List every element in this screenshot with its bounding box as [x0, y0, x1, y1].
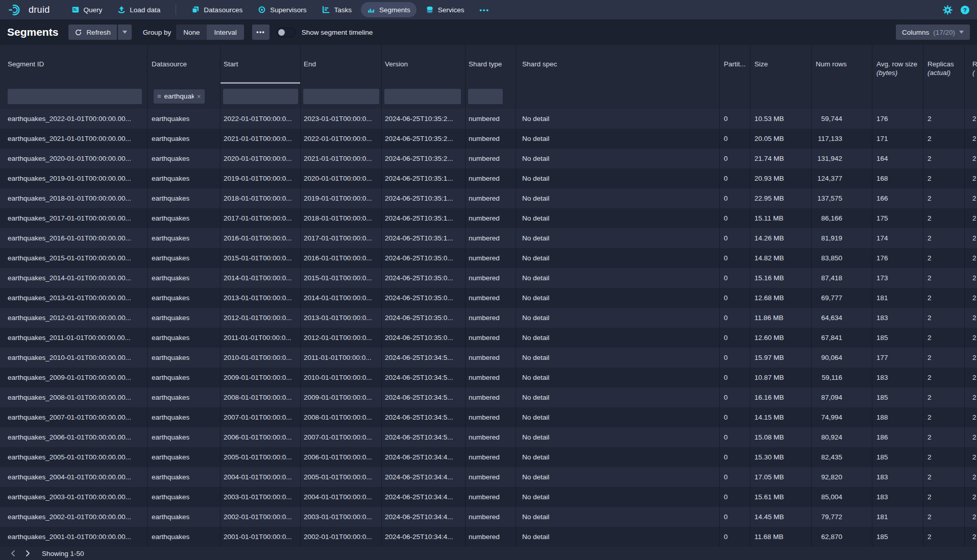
cell-shard_spec: No detail	[516, 288, 720, 308]
nav-item-label: Segments	[379, 6, 410, 14]
filter-tag-close-icon[interactable]: ×	[197, 93, 201, 100]
nav-item-datasources[interactable]: Datasources	[185, 2, 249, 17]
filter-input-version[interactable]	[384, 89, 461, 104]
next-page-button[interactable]	[20, 548, 35, 559]
column-header-version[interactable]: Version	[382, 45, 466, 84]
cell-id[interactable]: earthquakes_2013-01-01T00:00:00.00...	[0, 288, 148, 308]
cell-version: 2024-06-25T10:34:5...	[382, 427, 466, 447]
cell-partition: 0	[720, 188, 750, 208]
cell-id[interactable]: earthquakes_2017-01-01T00:00:00.00...	[0, 208, 148, 228]
cell-id[interactable]: earthquakes_2009-01-01T00:00:00.00...	[0, 368, 148, 387]
nav-item-more[interactable]: •••	[474, 2, 496, 17]
column-header-avg_row_size[interactable]: Avg. row size(bytes)	[872, 45, 923, 84]
cell-start: 2015-01-01T00:00:0...	[221, 248, 301, 268]
cell-id[interactable]: earthquakes_2008-01-01T00:00:00.00...	[0, 387, 148, 407]
segment-timeline-toggle[interactable]	[277, 28, 296, 37]
refresh-button[interactable]: Refresh	[68, 25, 116, 40]
cell-id[interactable]: earthquakes_2016-01-01T00:00:00.00...	[0, 228, 148, 248]
column-header-shard_spec[interactable]: Shard spec	[516, 45, 720, 84]
table-row: earthquakes_2008-01-01T00:00:00.00...ear…	[0, 387, 977, 407]
cell-shard_spec: No detail	[516, 387, 720, 407]
cell-id[interactable]: earthquakes_2014-01-01T00:00:00.00...	[0, 268, 148, 288]
nav-item-supervisors[interactable]: Supervisors	[252, 2, 312, 17]
cell-id[interactable]: earthquakes_2021-01-01T00:00:00.00...	[0, 129, 148, 149]
filter-cell-replicas	[923, 84, 965, 109]
more-options-button[interactable]: •••	[252, 25, 270, 40]
druid-logo-icon	[8, 4, 25, 16]
cell-datasource: earthquakes	[148, 527, 221, 547]
cell-avg_row_size: 183	[872, 368, 923, 387]
column-header-datasource[interactable]: Datasource	[148, 45, 221, 84]
group-by-none-button[interactable]: None	[176, 25, 207, 40]
cell-id[interactable]: earthquakes_2018-01-01T00:00:00.00...	[0, 188, 148, 208]
cell-num_rows: 87,094	[812, 387, 872, 407]
column-header-num_rows[interactable]: Num rows	[812, 45, 872, 84]
cell-avg_row_size: 185	[872, 447, 923, 467]
num-rows-value: 92,820	[816, 473, 842, 481]
column-header-size[interactable]: Size	[750, 45, 812, 84]
page-title: Segments	[7, 26, 58, 38]
cell-start: 2005-01-01T00:00:0...	[221, 447, 301, 467]
cell-id[interactable]: earthquakes_2010-01-01T00:00:00.00...	[0, 348, 148, 368]
datasource-filter-tag[interactable]: ≡earthquake×	[154, 89, 205, 104]
cell-id[interactable]: earthquakes_2019-01-01T00:00:00.00...	[0, 168, 148, 188]
columns-button[interactable]: Columns (17/20)	[896, 25, 970, 40]
cell-id[interactable]: earthquakes_2011-01-01T00:00:00.00...	[0, 328, 148, 348]
cell-id[interactable]: earthquakes_2020-01-01T00:00:00.00...	[0, 149, 148, 168]
num-rows-value: 131,942	[816, 155, 842, 162]
toggle-knob	[278, 29, 285, 36]
cell-version: 2024-06-25T10:34:4...	[382, 487, 466, 507]
nav-item-segments[interactable]: Segments	[361, 2, 417, 17]
cell-num_rows: 87,418	[812, 268, 872, 288]
cell-shard_type: numbered	[466, 527, 516, 547]
num-rows-value: 90,064	[816, 354, 842, 361]
cell-id[interactable]: earthquakes_2006-01-01T00:00:00.00...	[0, 427, 148, 447]
cell-id[interactable]: earthquakes_2022-01-01T00:00:00.00...	[0, 109, 148, 129]
prev-page-button[interactable]	[6, 548, 20, 559]
filter-input-end[interactable]	[303, 89, 379, 104]
cell-id[interactable]: earthquakes_2012-01-01T00:00:00.00...	[0, 308, 148, 328]
filter-input-id[interactable]	[8, 89, 142, 104]
cell-id[interactable]: earthquakes_2002-01-01T00:00:00.00...	[0, 507, 148, 527]
cell-id[interactable]: earthquakes_2003-01-01T00:00:00.00...	[0, 487, 148, 507]
refresh-options-button[interactable]	[118, 25, 132, 40]
column-header-partition[interactable]: Partit...	[720, 45, 750, 84]
cell-replication_factor: 2	[965, 268, 977, 288]
cell-datasource: earthquakes	[148, 348, 221, 368]
druid-logo[interactable]: druid	[8, 4, 50, 16]
filter-input-start[interactable]	[223, 89, 298, 104]
nav-item-services[interactable]: Services	[420, 2, 471, 17]
column-header-end[interactable]: End	[301, 45, 382, 84]
cell-replicas: 2	[923, 129, 965, 149]
column-header-start[interactable]: Start	[221, 45, 301, 84]
table-row: earthquakes_2011-01-01T00:00:00.00...ear…	[0, 328, 977, 348]
filter-input-shard_type[interactable]	[468, 89, 503, 104]
column-header-id[interactable]: Segment ID	[0, 45, 148, 84]
refresh-split-button: Refresh	[68, 25, 131, 40]
help-button[interactable]: ?	[960, 5, 970, 15]
cell-id[interactable]: earthquakes_2015-01-01T00:00:00.00...	[0, 248, 148, 268]
cell-datasource: earthquakes	[148, 407, 221, 427]
cell-id[interactable]: earthquakes_2007-01-01T00:00:00.00...	[0, 407, 148, 427]
cell-replication_factor: 2	[965, 387, 977, 407]
cell-start: 2002-01-01T00:00:0...	[221, 507, 301, 527]
nav-item-tasks[interactable]: Tasks	[315, 2, 358, 17]
cell-id[interactable]: earthquakes_2004-01-01T00:00:00.00...	[0, 467, 148, 487]
column-header-replication_factor[interactable]: R(	[965, 45, 977, 84]
supervisors-icon	[258, 6, 266, 14]
cell-size: 12.60 MB	[750, 328, 812, 348]
column-header-shard_type[interactable]: Shard type	[466, 45, 516, 84]
column-header-replicas[interactable]: Replicas(actual)	[923, 45, 965, 84]
cell-id[interactable]: earthquakes_2005-01-01T00:00:00.00...	[0, 447, 148, 467]
settings-button[interactable]	[943, 5, 952, 15]
nav-item-load-data[interactable]: Load data	[111, 2, 166, 17]
group-by-interval-button[interactable]: Interval	[207, 25, 243, 40]
cell-shard_spec: No detail	[516, 109, 720, 129]
cell-num_rows: 79,772	[812, 507, 872, 527]
filter-cell-partition	[720, 84, 750, 109]
nav-item-query[interactable]: Query	[65, 2, 109, 17]
cell-shard_type: numbered	[466, 109, 516, 129]
cell-start: 2009-01-01T00:00:0...	[221, 368, 301, 387]
cell-id[interactable]: earthquakes_2001-01-01T00:00:00.00...	[0, 527, 148, 547]
load-data-icon	[117, 6, 126, 14]
